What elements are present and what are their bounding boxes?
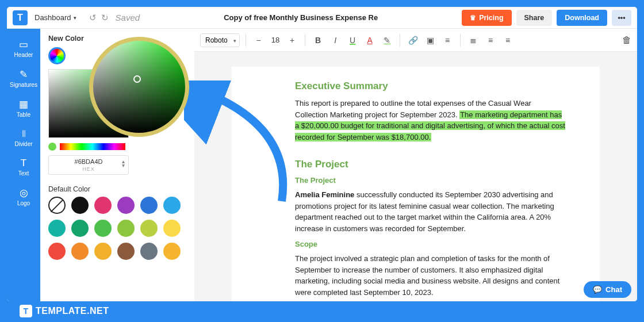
color-swatch[interactable] xyxy=(117,243,135,260)
document-canvas[interactable]: Executive Summary This report is prepare… xyxy=(194,52,637,301)
share-button[interactable]: Share xyxy=(516,10,553,26)
image-button[interactable]: ▣ xyxy=(423,33,437,47)
redo-icon[interactable]: ↻ xyxy=(101,13,109,23)
crown-icon: ♛ xyxy=(470,14,476,22)
decrease-font-icon[interactable]: − xyxy=(252,33,266,47)
color-swatch[interactable] xyxy=(48,220,66,237)
chat-button[interactable]: 💬 Chat xyxy=(584,281,631,298)
font-size-value[interactable]: 18 xyxy=(269,36,282,44)
heading-executive-summary[interactable]: Executive Summary xyxy=(295,80,565,92)
hex-label: HEX xyxy=(52,166,125,172)
sidebar-item-signatures[interactable]: ✎Signatures xyxy=(7,63,40,93)
pricing-button[interactable]: ♛ Pricing xyxy=(462,10,511,26)
sidebar-item-logo[interactable]: ◎Logo xyxy=(7,182,40,212)
hue-slider[interactable] xyxy=(60,143,125,150)
paragraph-scope[interactable]: The project involved a strategic plan an… xyxy=(295,253,565,298)
editor-toolbar: Roboto ▾ − 18 + B I U A ✎ 🔗 ▣ ≡ ≣ ≡ xyxy=(194,29,637,52)
undo-icon[interactable]: ↺ xyxy=(89,13,97,23)
table-icon: ▦ xyxy=(7,98,40,110)
trash-icon[interactable]: 🗑 xyxy=(622,35,631,45)
list-button-3[interactable]: ≡ xyxy=(501,33,515,47)
increase-font-icon[interactable]: + xyxy=(285,33,299,47)
font-family-select[interactable]: Roboto ▾ xyxy=(200,33,240,47)
default-color-label: Default Color xyxy=(48,185,186,193)
chevron-down-icon: ▾ xyxy=(233,38,236,44)
link-button[interactable]: 🔗 xyxy=(406,33,420,47)
color-swatch[interactable] xyxy=(48,243,66,260)
text-icon: T xyxy=(7,158,40,169)
highlight-button[interactable]: ✎ xyxy=(380,33,394,47)
color-swatch[interactable] xyxy=(163,243,181,260)
chat-icon: 💬 xyxy=(593,285,602,294)
subheading-the-project[interactable]: The Project xyxy=(295,176,565,185)
color-swatch[interactable] xyxy=(94,197,112,214)
left-sidebar: ▭Header ✎Signatures ▦Table ⦀Divider TTex… xyxy=(7,29,40,301)
current-color-swatch xyxy=(48,143,56,151)
sidebar-item-table[interactable]: ▦Table xyxy=(7,93,40,123)
signature-icon: ✎ xyxy=(7,68,40,80)
text-color-button[interactable]: A xyxy=(363,33,377,47)
underline-button[interactable]: U xyxy=(346,33,359,47)
color-swatch[interactable] xyxy=(140,220,158,237)
sidebar-item-divider[interactable]: ⦀Divider xyxy=(7,123,40,152)
hex-value: #6BDA4D xyxy=(52,158,125,165)
branding-logo: T TEMPLATE.NET xyxy=(20,305,109,317)
color-swatch[interactable] xyxy=(140,243,158,260)
align-button[interactable]: ≡ xyxy=(440,33,454,47)
dashboard-label: Dashboard xyxy=(34,13,71,22)
italic-button[interactable]: I xyxy=(328,33,342,47)
chevron-down-icon: ▾ xyxy=(74,15,76,21)
format-cycle-icon[interactable]: ▴▾ xyxy=(122,159,125,167)
paragraph-summary[interactable]: This report is prepared to outline the t… xyxy=(295,98,565,143)
pricing-label: Pricing xyxy=(479,14,503,22)
color-swatch[interactable] xyxy=(94,243,112,260)
header-icon: ▭ xyxy=(7,39,40,51)
document-page[interactable]: Executive Summary This report is prepare… xyxy=(232,67,600,301)
list-button-2[interactable]: ≡ xyxy=(484,33,497,47)
magnifier-lens xyxy=(89,37,189,137)
document-title[interactable]: Copy of free Monthly Business Expense Re xyxy=(147,13,455,22)
color-wheel[interactable] xyxy=(48,47,66,64)
logo-icon: ◎ xyxy=(7,187,40,199)
bold-button[interactable]: B xyxy=(311,33,325,47)
color-swatch[interactable] xyxy=(94,220,112,237)
sidebar-item-text[interactable]: TText xyxy=(7,152,40,182)
heading-the-project[interactable]: The Project xyxy=(295,159,565,170)
save-status: Saved xyxy=(116,13,140,22)
color-swatch[interactable] xyxy=(71,243,89,260)
color-swatch[interactable] xyxy=(140,197,158,214)
color-swatch[interactable] xyxy=(71,197,89,214)
topbar: T Dashboard ▾ ↺ ↻ Saved Copy of free Mon… xyxy=(7,7,637,29)
download-button[interactable]: Download xyxy=(557,10,607,26)
color-swatch[interactable] xyxy=(163,197,181,214)
divider-icon: ⦀ xyxy=(7,128,40,140)
sidebar-item-header[interactable]: ▭Header xyxy=(7,33,40,63)
hex-input[interactable]: #6BDA4D HEX ▴▾ xyxy=(48,155,129,175)
brand-icon: T xyxy=(20,305,32,317)
color-swatch[interactable] xyxy=(117,220,135,237)
color-swatch[interactable] xyxy=(163,220,181,237)
color-swatch[interactable] xyxy=(48,197,66,214)
more-button[interactable]: ••• xyxy=(612,10,631,26)
color-cursor-ring xyxy=(133,75,141,83)
list-button-1[interactable]: ≣ xyxy=(466,33,480,47)
color-swatches xyxy=(48,197,186,260)
subheading-scope[interactable]: Scope xyxy=(295,240,565,248)
app-logo[interactable]: T xyxy=(13,10,28,25)
color-swatch[interactable] xyxy=(117,197,135,214)
color-swatch[interactable] xyxy=(71,220,89,237)
paragraph-project[interactable]: Amelia Feminine successfully conducted i… xyxy=(295,189,565,234)
dashboard-menu[interactable]: Dashboard ▾ xyxy=(34,13,76,22)
